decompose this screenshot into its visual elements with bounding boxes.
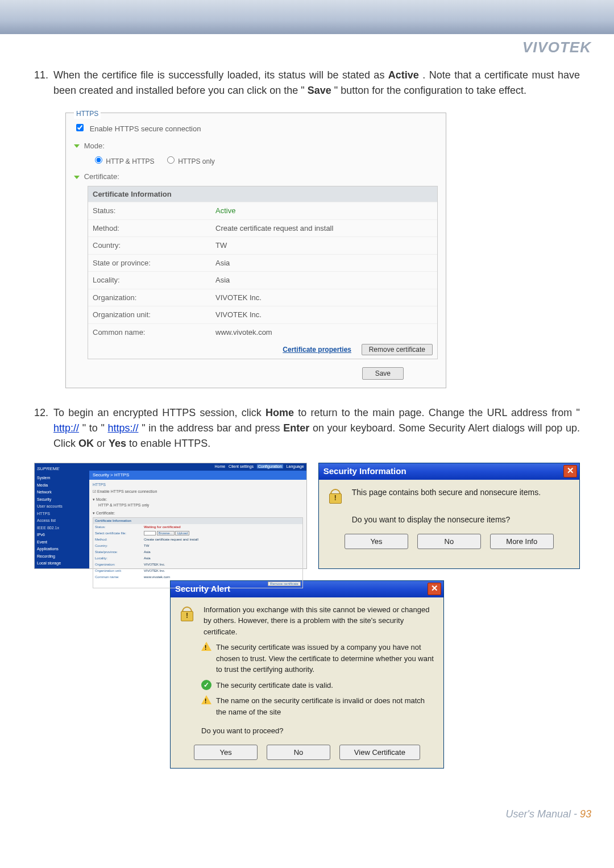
sec-alert-proceed: Do you want to proceed? [201, 725, 435, 737]
save-button[interactable]: Save [362, 367, 404, 380]
certificate-label: Certificate: [84, 172, 119, 181]
https-legend: HTTPS [74, 109, 101, 119]
https-link[interactable]: https:// [107, 422, 138, 434]
brand-name: VIVOTEK [0, 34, 614, 68]
warning-icon [201, 695, 211, 704]
security-information-dialog: Security Information ✕ This page contain… [318, 463, 580, 569]
sec-info-line1: This page contains both secure and nonse… [352, 487, 571, 499]
remove-certificate-button[interactable]: Remove certificate [362, 344, 433, 355]
http-link[interactable]: http:// [53, 422, 79, 434]
lock-warning-icon [179, 604, 198, 624]
step-11-text: When the certifice file is successfully … [53, 68, 580, 98]
enable-https-row[interactable]: Enable HTTPS secure connection [74, 122, 438, 135]
mode-both-option[interactable]: HTTP & HTTPS [92, 157, 154, 165]
mini-breadcrumb: Security > HTTPS [89, 471, 306, 480]
cert-table-head: Certificate Information [88, 186, 437, 202]
page-number: 93 [580, 808, 591, 820]
sec-info-title: Security Information [323, 465, 406, 478]
lock-warning-icon [327, 487, 346, 506]
mini-top-links: Home Client settings Configuration Langu… [89, 463, 306, 471]
sec-alert-title: Security Alert [175, 583, 230, 596]
page-top-bar [0, 0, 614, 34]
mode-label: Mode: [84, 142, 105, 150]
sec-alert-no-button[interactable]: No [267, 745, 330, 761]
step-11: 11. When the certifice file is successfu… [34, 68, 580, 98]
sec-alert-item1: The security certificate was issued by a… [216, 642, 435, 675]
chevron-down-icon[interactable] [74, 176, 80, 179]
sec-alert-item2: The security certificate date is valid. [216, 680, 435, 691]
mode-both-radio[interactable] [95, 156, 102, 164]
chevron-down-icon[interactable] [74, 144, 80, 148]
sec-info-moreinfo-button[interactable]: More Info [490, 534, 554, 550]
enable-https-label: Enable HTTPS secure connection [90, 124, 201, 133]
enable-https-checkbox[interactable] [76, 124, 84, 131]
step-12-number: 12. [34, 405, 53, 451]
step-12-text: To begin an encrypted HTTPS session, cli… [53, 405, 580, 451]
mini-sidebar: SUPREME System Media Network Security Us… [35, 463, 89, 568]
sec-info-yes-button[interactable]: Yes [345, 534, 408, 550]
view-certificate-button[interactable]: View Certificate [339, 745, 420, 761]
sec-alert-item3: The name on the security certificate is … [216, 695, 435, 717]
https-panel: HTTPS Enable HTTPS secure connection Mod… [65, 113, 446, 388]
check-icon: ✓ [201, 680, 211, 690]
sec-alert-intro: Information you exchange with this site … [204, 604, 435, 638]
sec-info-no-button[interactable]: No [417, 534, 481, 550]
mode-only-option[interactable]: HTTPS only [164, 157, 215, 165]
page-footer: User's Manual - 93 [0, 786, 614, 832]
step-12: 12. To begin an encrypted HTTPS session,… [34, 405, 580, 451]
sec-alert-yes-button[interactable]: Yes [194, 745, 258, 761]
sec-info-line2: Do you want to display the nonsecure ite… [352, 514, 571, 526]
config-mini-screenshot: SUPREME System Media Network Security Us… [34, 463, 307, 569]
step-11-number: 11. [34, 68, 53, 98]
close-icon[interactable]: ✕ [563, 465, 577, 477]
mini-logo: SUPREME [35, 464, 89, 475]
warning-icon [201, 642, 211, 651]
cert-status-value: Active [211, 202, 437, 219]
security-alert-dialog: Security Alert ✕ Information you exchang… [170, 580, 444, 769]
close-icon[interactable]: ✕ [428, 583, 441, 595]
certificate-table: Certificate Information Status:Active Me… [88, 186, 438, 360]
certificate-properties-link[interactable]: Certificate properties [283, 346, 351, 354]
mode-only-radio[interactable] [167, 156, 175, 164]
